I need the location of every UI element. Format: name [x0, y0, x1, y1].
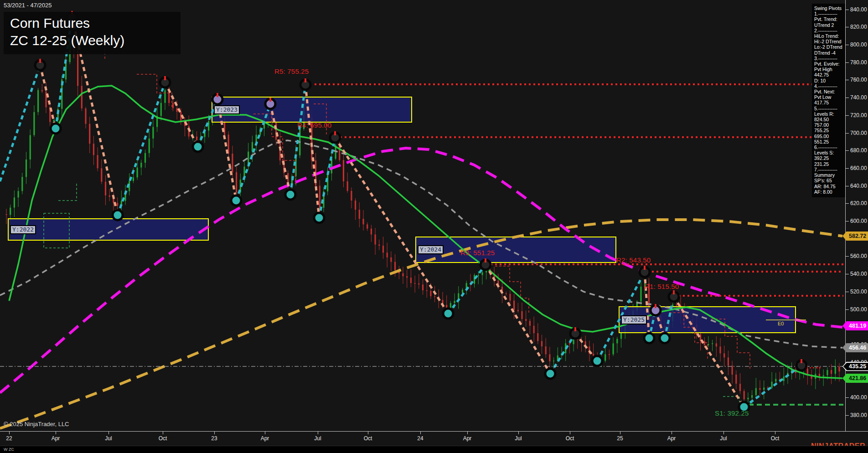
e0-label: E0	[778, 321, 784, 326]
candle-body	[723, 353, 725, 357]
swing-panel-line: 6.------------	[814, 144, 845, 150]
candle-body	[402, 273, 403, 277]
candle-body	[208, 121, 209, 131]
candle-body	[390, 257, 392, 262]
candle-body	[105, 182, 106, 196]
time-tick-label: Oct	[159, 435, 167, 442]
year-badge: Y:2024	[418, 245, 444, 254]
candle-body	[823, 375, 824, 376]
pivot-circle	[443, 309, 453, 319]
swing-leg	[486, 265, 550, 374]
price-tick-label: 800.00	[850, 41, 867, 48]
swing-panel-line: Lo:-2 DTrend	[814, 44, 845, 50]
pivot-high-marker	[164, 76, 166, 80]
candle-body	[609, 354, 610, 355]
swing-panel-line: 392.25	[814, 155, 845, 161]
candle-body	[613, 343, 614, 354]
candle-body	[775, 379, 776, 381]
price-tick	[846, 133, 849, 134]
pivot-circle	[545, 369, 555, 379]
time-tick	[108, 432, 109, 434]
candle-body	[172, 103, 174, 108]
price-tag: 582.72	[842, 232, 868, 241]
candle-body	[65, 62, 67, 79]
candle-body	[620, 333, 622, 339]
candle-body	[196, 137, 197, 140]
price-tick-label: 820.00	[850, 24, 867, 30]
swing-panel-line: Hi:-2 DTrend	[814, 39, 845, 44]
swing-panel-line: 757.00	[814, 122, 845, 128]
price-tick-label: 400.00	[850, 394, 867, 401]
swing-leg	[335, 138, 448, 314]
candle-body	[513, 301, 515, 310]
time-tick	[570, 432, 570, 434]
swing-leg	[744, 365, 801, 407]
candle-body	[640, 287, 641, 302]
swing-panel-line: 4.------------	[814, 83, 845, 89]
candle-body	[133, 177, 134, 181]
level-label-r2: R2: 543.50	[616, 256, 651, 264]
swing-panel-line: Levels S:	[814, 150, 845, 155]
swing-leg	[550, 334, 575, 374]
candle-body	[553, 360, 554, 361]
time-tick-label: Jul	[515, 435, 522, 442]
time-tick-label: Apr	[52, 435, 60, 442]
candle-body	[343, 160, 344, 181]
swing-panel-line: 824.50	[814, 117, 845, 122]
tab-strip: W ZC	[0, 446, 868, 453]
swing-panel-line: UTrend 2	[814, 22, 845, 28]
candle-body	[109, 196, 110, 197]
time-tick-label: Oct	[566, 435, 574, 442]
pivot-high-marker	[673, 290, 675, 294]
level-label-r1: R1: 515.50	[645, 283, 679, 290]
swing-panel-line: Summary	[814, 172, 845, 178]
price-tick	[846, 27, 849, 27]
candle-body	[549, 354, 550, 361]
price-tick-label: 840.00	[850, 6, 867, 13]
price-tag: 456.46	[842, 343, 868, 352]
candle-body	[517, 310, 519, 311]
candle-body	[450, 303, 451, 308]
candle-body	[755, 388, 757, 396]
pivot-circle	[592, 356, 602, 366]
tab-w-zc[interactable]: W ZC	[4, 447, 14, 452]
candle-body	[375, 235, 376, 245]
candle-body	[176, 108, 178, 112]
candle-body	[394, 262, 396, 270]
candle-body	[569, 343, 570, 344]
swing-panel-line: D: 10	[814, 78, 845, 83]
hilo-step-line	[253, 114, 295, 184]
pivot-high-marker	[801, 359, 802, 363]
price-tag: 481.19	[842, 321, 868, 330]
swing-panel-line: Pvt. Next:	[814, 89, 845, 94]
pivot-circle	[285, 190, 295, 200]
time-tick-label: 24	[417, 435, 423, 442]
price-tick	[846, 80, 849, 80]
price-tick	[846, 256, 849, 257]
time-tick-label: 22	[6, 435, 12, 442]
price-tick-label: 520.00	[850, 288, 867, 295]
time-tick	[420, 432, 421, 434]
price-tick	[846, 397, 849, 398]
candle-body	[481, 272, 483, 275]
candle-body	[676, 304, 677, 305]
price-tick	[846, 292, 849, 292]
swing-panel-line: Pvt Low	[814, 94, 845, 100]
chart-canvas[interactable]	[0, 0, 868, 432]
pivot-circle	[51, 124, 61, 134]
price-tick-label: 660.00	[850, 165, 867, 171]
price-tick	[846, 203, 849, 204]
candle-body	[236, 172, 237, 193]
candle-body	[708, 344, 709, 345]
pivot-high-marker	[655, 304, 656, 308]
candle-body	[446, 305, 447, 308]
candle-body	[410, 278, 412, 283]
pivot-high-marker	[269, 98, 271, 102]
level-label-r4: R4: 695.00	[297, 121, 331, 129]
candle-body	[541, 341, 542, 346]
time-axis[interactable]: 22AprJulOct23AprJulOct24AprJulOct25AprJu…	[0, 432, 868, 446]
time-tick	[467, 432, 468, 434]
price-tick-label: 500.00	[850, 306, 867, 313]
candle-body	[533, 326, 535, 333]
level-label-r5: R5: 755.25	[274, 67, 309, 75]
